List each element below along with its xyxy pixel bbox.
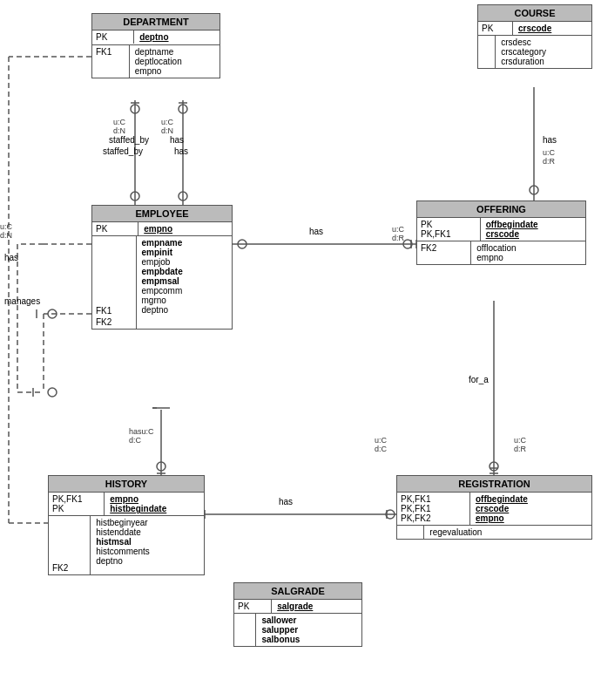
reg-pk-labels: PK,FK1 PK,FK1 PK,FK2 [397, 493, 470, 525]
off-pk-attrs: offbegindate crscode [481, 218, 585, 241]
label-uc-dn-has: u:Cd:N [161, 118, 173, 135]
label-staffed-by: staffed_by [109, 135, 149, 145]
hist-fk-labels: FK2 [49, 516, 91, 574]
svg-point-21 [403, 240, 412, 248]
course-attrs: crsdesc crscategory crsduration [496, 36, 591, 68]
department-title: DEPARTMENT [92, 14, 219, 31]
label-uc-dn-left: u:Cd:N [0, 222, 12, 240]
erd-diagram: staffed_by has u:Cd:N u:Cd:N has u:Cd:R … [0, 0, 601, 700]
svg-point-22 [530, 186, 538, 194]
off-attrs: offlocation empno [471, 241, 585, 264]
employee-title: EMPLOYEE [92, 206, 232, 222]
off-pk-labels: PK PK,FK1 [417, 218, 481, 241]
reg-attrs: regevaluation [424, 526, 591, 539]
svg-point-41 [490, 462, 498, 471]
svg-point-18 [238, 240, 246, 248]
label-uc-dr: u:Cd:R [392, 225, 404, 242]
registration-title: REGISTRATION [397, 476, 591, 493]
label-has-dept-text: has [174, 146, 188, 156]
entity-registration: REGISTRATION PK,FK1 PK,FK1 PK,FK2 offbeg… [396, 475, 592, 540]
entity-course: COURSE PK crscode crsdesc crscategory cr… [477, 4, 592, 69]
offering-title: OFFERING [417, 201, 585, 218]
label-uc-dc: u:Cd:C [375, 436, 387, 453]
label-hasu: hasu:Cd:C [129, 427, 154, 445]
sal-pk-attr: salgrade [272, 600, 361, 613]
salgrade-title: SALGRADE [234, 583, 361, 600]
course-pk-label: PK [478, 22, 513, 35]
emp-attrs: empname empinit empjob empbdate empmsal … [137, 236, 232, 329]
entity-offering: OFFERING PK PK,FK1 offbegindate crscode … [416, 200, 586, 265]
svg-point-29 [179, 192, 187, 200]
dept-fk1-label: FK1 [92, 45, 130, 78]
dept-attrs: deptname deptlocation empno [130, 45, 219, 78]
sal-pk-label: PK [234, 600, 272, 613]
history-title: HISTORY [49, 476, 204, 493]
emp-pk-attr: empno [138, 222, 232, 235]
hist-pk-attrs: empno histbegindate [105, 493, 204, 515]
dept-pk-label: PK [92, 31, 134, 44]
sal-attrs: sallower salupper salbonus [256, 614, 361, 646]
label-has-course-off: has [543, 135, 557, 145]
sal-empty-label [234, 614, 256, 646]
label-has-dept: has [170, 135, 184, 145]
label-for-a: for_a [469, 375, 489, 384]
label-has-hist: has [279, 497, 293, 506]
off-fk-labels: FK2 [417, 241, 471, 264]
course-title: COURSE [478, 5, 591, 22]
dept-pk-attr: deptno [134, 31, 219, 44]
hist-pk-labels: PK,FK1 PK [49, 493, 105, 515]
entity-department: DEPARTMENT PK deptno FK1 deptname deptlo… [91, 13, 220, 78]
label-uc-dr-course: u:Cd:R [543, 148, 555, 166]
reg-pk-attrs: offbegindate crscode empno [470, 493, 591, 525]
course-pk-attr: crscode [513, 22, 591, 35]
hist-attrs: histbeginyear histenddate histmsal histc… [91, 516, 204, 574]
svg-point-33 [157, 462, 165, 471]
svg-point-26 [179, 105, 187, 113]
label-staffed-by-text: staffed_by [103, 146, 143, 156]
label-uc-dr-off-reg: u:Cd:R [514, 436, 526, 453]
emp-fk-labels: FK1 FK2 [92, 236, 137, 329]
svg-point-24 [131, 105, 139, 113]
svg-point-37 [386, 510, 395, 519]
reg-empty-label [397, 526, 424, 539]
label-has-emp-off: has [309, 227, 323, 236]
svg-point-44 [48, 388, 57, 397]
label-has-left: has [4, 253, 18, 262]
emp-pk-label: PK [92, 222, 138, 235]
label-manages: manages [4, 296, 40, 306]
svg-point-28 [131, 192, 139, 200]
course-empty-label [478, 36, 496, 68]
entity-salgrade: SALGRADE PK salgrade sallower salupper s… [233, 582, 362, 647]
svg-point-46 [48, 309, 57, 318]
entity-history: HISTORY PK,FK1 PK empno histbegindate [48, 475, 205, 575]
entity-employee: EMPLOYEE PK empno FK1 FK2 [91, 205, 233, 330]
label-uc-dn-staffed: u:Cd:N [113, 118, 125, 135]
